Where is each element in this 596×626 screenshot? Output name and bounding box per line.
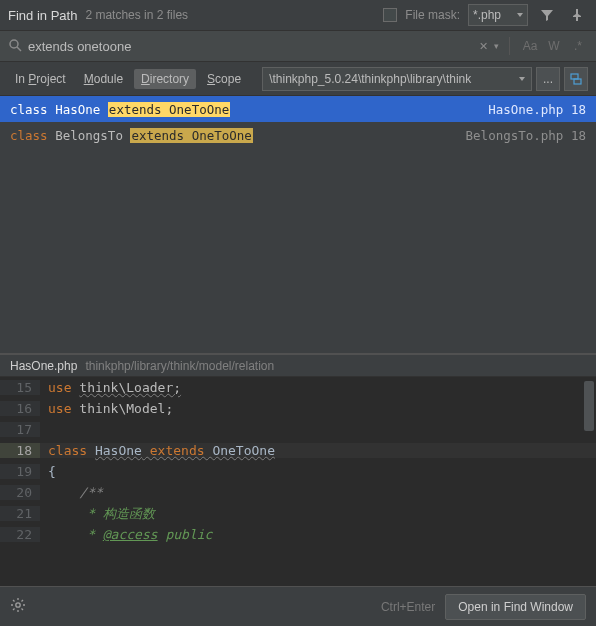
file-mask-label: File mask: — [405, 8, 460, 22]
preview-header: HasOne.php thinkphp/library/think/model/… — [0, 353, 596, 377]
result-file-info: HasOne.php 18 — [488, 102, 586, 117]
scope-module[interactable]: Module — [77, 69, 130, 89]
result-row[interactable]: class BelongsTo extends OneToOne Belongs… — [0, 122, 596, 148]
svg-line-12 — [22, 600, 24, 602]
svg-line-11 — [13, 609, 15, 611]
regex-toggle[interactable]: .* — [568, 39, 588, 53]
browse-directory-button[interactable]: ... — [536, 67, 560, 91]
svg-line-1 — [17, 47, 21, 51]
line-number: 15 — [0, 380, 40, 395]
directory-path-combo[interactable]: \thinkphp_5.0.24\thinkphp\library\think — [262, 67, 532, 91]
file-mask-checkbox[interactable] — [383, 8, 397, 22]
scope-scope[interactable]: Scope — [200, 69, 248, 89]
preview-filepath: thinkphp/library/think/model/relation — [85, 359, 274, 373]
code-preview[interactable]: 15use think\Loader; 16use think\Model; 1… — [0, 377, 596, 586]
shortcut-hint: Ctrl+Enter — [381, 600, 435, 614]
match-case-toggle[interactable]: Aa — [520, 39, 540, 53]
recursive-toggle[interactable] — [564, 67, 588, 91]
scope-in-project[interactable]: In Project — [8, 69, 73, 89]
result-row[interactable]: class HasOne extends OneToOne HasOne.php… — [0, 96, 596, 122]
svg-rect-2 — [571, 74, 578, 79]
dialog-footer: Ctrl+Enter Open in Find Window — [0, 586, 596, 626]
svg-point-0 — [10, 40, 18, 48]
keyword: class — [10, 102, 48, 117]
dialog-title: Find in Path — [8, 8, 77, 23]
search-input[interactable] — [28, 39, 473, 54]
match-highlight: extends OneToOne — [108, 102, 230, 117]
scope-directory[interactable]: Directory — [134, 69, 196, 89]
line-number: 19 — [0, 464, 40, 479]
line-number: 16 — [0, 401, 40, 416]
directory-path: \thinkphp_5.0.24\thinkphp\library\think — [269, 72, 471, 86]
settings-icon[interactable] — [10, 597, 26, 616]
clear-search-icon[interactable]: ✕ — [479, 40, 488, 53]
results-list[interactable]: class HasOne extends OneToOne HasOne.php… — [0, 96, 596, 353]
search-options: Aa W .* — [520, 39, 588, 53]
history-icon[interactable]: ▾ — [494, 41, 499, 51]
dialog-header: Find in Path 2 matches in 2 files File m… — [0, 0, 596, 30]
svg-point-4 — [16, 603, 20, 607]
search-row: ✕ ▾ Aa W .* — [0, 30, 596, 62]
line-number: 21 — [0, 506, 40, 521]
line-number: 22 — [0, 527, 40, 542]
file-mask-value: *.php — [473, 8, 501, 22]
result-file-info: BelongsTo.php 18 — [466, 128, 586, 143]
keyword: class — [10, 128, 48, 143]
file-mask-combo[interactable]: *.php — [468, 4, 528, 26]
pin-icon[interactable] — [566, 4, 588, 26]
line-number: 17 — [0, 422, 40, 437]
whole-word-toggle[interactable]: W — [544, 39, 564, 53]
preview-filename: HasOne.php — [10, 359, 77, 373]
match-highlight: extends OneToOne — [130, 128, 252, 143]
match-count: 2 matches in 2 files — [85, 8, 188, 22]
search-icon — [8, 38, 22, 55]
open-in-find-window-button[interactable]: Open in Find Window — [445, 594, 586, 620]
scope-row: In Project Module Directory Scope \think… — [0, 62, 596, 96]
class-name: BelongsTo — [55, 128, 123, 143]
divider — [509, 37, 510, 55]
editor-scrollbar[interactable] — [584, 381, 594, 431]
svg-rect-3 — [574, 79, 581, 84]
line-number: 20 — [0, 485, 40, 500]
svg-line-10 — [22, 609, 24, 611]
line-number: 18 — [0, 443, 40, 458]
filter-icon[interactable] — [536, 4, 558, 26]
class-name: HasOne — [55, 102, 100, 117]
svg-line-9 — [13, 600, 15, 602]
